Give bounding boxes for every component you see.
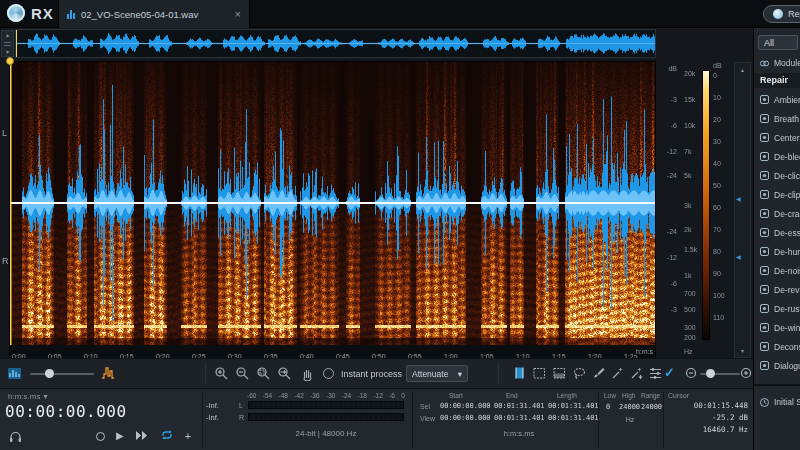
blend-slider-thumb[interactable]	[45, 369, 54, 378]
scroll-down-icon[interactable]: ▾	[735, 347, 750, 354]
play-button[interactable]: ▶	[116, 431, 124, 441]
freq-tick-label: 500	[684, 306, 696, 313]
zoom-marker-icon[interactable]: ◀	[736, 195, 741, 202]
file-tab[interactable]: 02_VO-Scene05-04-01.wav ×	[58, 0, 250, 28]
time-ruler[interactable]: h:m:s 0:000:050:100:150:200:250:300:350:…	[10, 345, 655, 358]
instant-process-toggle[interactable]	[323, 368, 334, 379]
cursor-header: Cursor	[668, 392, 689, 399]
spectrogram-view-icon[interactable]	[7, 366, 22, 381]
module-item[interactable]: De-reverb	[754, 280, 800, 299]
hzoom-out-icon[interactable]	[684, 366, 699, 381]
module-item[interactable]: De-click	[754, 166, 800, 185]
channel-left-label: L	[2, 128, 7, 138]
repair-section-header[interactable]: Repair	[754, 73, 800, 88]
fast-forward-button[interactable]	[135, 427, 149, 445]
brush-tool[interactable]	[591, 366, 606, 381]
module-item[interactable]: Deconstruct	[754, 337, 800, 356]
add-marker-button[interactable]: +	[185, 431, 191, 442]
spectrogram-legend[interactable]: dB 0102030405060708090100110	[700, 62, 733, 358]
module-item[interactable]: De-noise	[754, 261, 800, 280]
module-item[interactable]: De-clip	[754, 185, 800, 204]
zoom-selection-icon[interactable]	[256, 366, 271, 381]
meter-scale-label: 0	[401, 392, 405, 399]
freq-low-value[interactable]: 0	[606, 403, 610, 411]
module-chain-item[interactable]: Module Chain	[754, 55, 800, 71]
view-start-value[interactable]: 00:00:00.000	[440, 414, 491, 422]
process-mode-dropdown[interactable]: Attenuate ▾	[406, 365, 468, 382]
close-icon[interactable]: ×	[235, 9, 241, 20]
waveform-view-icon[interactable]	[101, 366, 116, 381]
module-item[interactable]: De-ess	[754, 223, 800, 242]
time-format-dropdown[interactable]: h:m:s.ms ▾	[8, 392, 47, 401]
lasso-tool[interactable]	[572, 366, 587, 381]
loop-button[interactable]	[160, 427, 174, 445]
amplitude-ruler[interactable]: dB-3-6-12-24-24-12-6-3	[656, 62, 680, 358]
magic-wand-tool[interactable]	[610, 366, 625, 381]
record-button[interactable]	[96, 432, 105, 441]
sel-end-value[interactable]: 00:01:31.401	[494, 402, 545, 410]
monitor-headphones-button[interactable]	[8, 429, 23, 444]
view-length-value[interactable]: 00:01:31.401	[548, 414, 599, 422]
up-arrow-icon[interactable]: ▴	[6, 32, 9, 38]
playhead-handle[interactable]	[6, 57, 14, 65]
freq-high-value[interactable]: 24000	[619, 403, 640, 411]
waveform-overview[interactable]	[16, 30, 655, 57]
module-item[interactable]: De-crackle	[754, 204, 800, 223]
time-format-value: h:m:s.ms	[8, 392, 40, 401]
meter-bar-right[interactable]	[248, 413, 404, 421]
gain-tool[interactable]	[648, 366, 663, 381]
hand-tool-icon[interactable]	[300, 366, 315, 381]
module-item[interactable]: Breath Control	[754, 109, 800, 128]
zoom-reset-icon[interactable]	[277, 366, 292, 381]
apply-check-icon[interactable]: ✓	[664, 365, 675, 380]
module-icon	[759, 227, 770, 238]
module-item[interactable]: De-wind	[754, 318, 800, 337]
module-item[interactable]: De-bleed	[754, 147, 800, 166]
time-selection-tool[interactable]	[512, 366, 527, 381]
meter-bar-left[interactable]	[248, 401, 404, 409]
zoom-out-icon[interactable]	[235, 366, 250, 381]
module-item[interactable]: De-hum	[754, 242, 800, 261]
module-item[interactable]: Dialogue Contour	[754, 356, 800, 375]
sel-length-value[interactable]: 00:01:31.401	[548, 402, 599, 410]
legend-gradient[interactable]	[702, 70, 710, 340]
frequency-selection-tool[interactable]	[552, 366, 567, 381]
section-divider	[202, 392, 203, 448]
time-freq-selection-tool[interactable]	[532, 366, 547, 381]
magic-wand-add-tool[interactable]	[629, 366, 644, 381]
module-icon	[759, 322, 770, 333]
module-item[interactable]: Ambience Match	[754, 90, 800, 109]
amp-tick-label: -6	[671, 280, 677, 287]
module-icon	[759, 94, 770, 105]
view-end-value[interactable]: 00:01:31.401	[494, 414, 545, 422]
meter-scale-label: -42	[294, 392, 303, 399]
vertical-zoom-widget[interactable]: ▴ ▾	[1, 30, 14, 57]
vertical-scrollbar[interactable]: ▴ ◀ ◀ ▾	[734, 62, 751, 358]
module-item[interactable]: Center Extract	[754, 128, 800, 147]
chain-icon	[759, 58, 770, 69]
frequency-ruler[interactable]: 20k15k10k7k5k3k2k1.5k1k700500300200Hz	[682, 62, 699, 358]
zoom-in-icon[interactable]	[214, 366, 229, 381]
spectrogram-display[interactable]	[10, 62, 655, 345]
module-label: Deconstruct	[774, 342, 800, 352]
history-initial-state[interactable]: Initial State	[754, 394, 800, 410]
repair-tab-button[interactable]: Repair	[763, 5, 800, 23]
horizontal-zoom-thumb[interactable]	[706, 369, 715, 378]
scroll-up-icon[interactable]: ▴	[735, 66, 750, 73]
playhead-time-display[interactable]: 00:00:00.000	[5, 402, 127, 421]
transport-controls: ▶ +	[96, 429, 191, 443]
freq-range-value[interactable]: 24000	[641, 403, 662, 411]
sel-start-value[interactable]: 00:00:00.000	[440, 402, 491, 410]
module-filter-all[interactable]: All	[758, 35, 798, 50]
hzoom-in-icon[interactable]	[739, 366, 754, 381]
meter-left-value: -Inf.	[206, 401, 219, 410]
freq-high-header: High	[622, 392, 635, 399]
module-label: Dialogue Contour	[774, 361, 800, 371]
module-item[interactable]: De-rustle	[754, 299, 800, 318]
app-name: RX	[31, 5, 54, 22]
selection-unit: h:m:s.ms	[444, 429, 594, 438]
blend-slider-track[interactable]	[30, 373, 94, 375]
zoom-marker-icon[interactable]: ◀	[736, 253, 741, 260]
down-arrow-icon[interactable]: ▾	[6, 49, 9, 55]
meter-scale-label: -54	[263, 392, 272, 399]
